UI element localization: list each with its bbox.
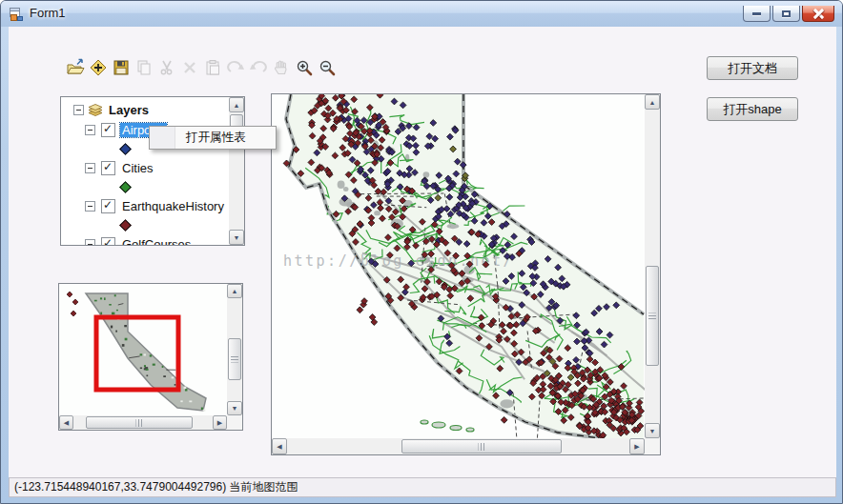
zoom-in-icon[interactable]: [295, 58, 314, 77]
scroll-down-button[interactable]: ▼: [227, 401, 242, 415]
layer-label[interactable]: EarthquakeHistory: [120, 199, 226, 213]
save-icon[interactable]: [112, 58, 131, 77]
minimize-icon: [752, 12, 761, 15]
scroll-right-button[interactable]: ▶: [213, 415, 227, 430]
overview-horizontal-scrollbar[interactable]: ◀ ▶: [59, 415, 227, 430]
layer-symbol: [119, 219, 132, 232]
delete-icon: [180, 58, 199, 77]
close-icon: [813, 9, 824, 19]
layer-checkbox[interactable]: [101, 199, 115, 213]
map-control[interactable]: http://blog.csdn.net/ ▲ ▼ ◀ ▶: [271, 93, 661, 455]
collapse-icon[interactable]: [73, 105, 84, 115]
context-menu: 打开属性表: [149, 126, 277, 150]
toolbar: [66, 58, 340, 77]
layer-checkbox[interactable]: [101, 237, 115, 246]
scroll-up-button[interactable]: ▲: [227, 284, 242, 298]
scroll-down-button[interactable]: ▼: [229, 230, 244, 245]
overview-vertical-scrollbar[interactable]: ▲ ▼: [227, 284, 242, 415]
toc-scrollbar[interactable]: ▲ ▼: [229, 97, 244, 245]
toc-symbol-row: [61, 215, 130, 234]
minimize-button[interactable]: [743, 6, 771, 22]
context-menu-item-open-attribute-table[interactable]: 打开属性表: [150, 127, 276, 149]
scroll-thumb[interactable]: [86, 416, 193, 429]
scroll-thumb[interactable]: [646, 266, 659, 366]
zoom-out-icon[interactable]: [318, 58, 337, 77]
toc-layer-row-golfcourses[interactable]: GolfCourses: [61, 234, 193, 245]
redo-icon: [226, 58, 245, 77]
toc-symbol-row: [61, 139, 130, 158]
scroll-left-button[interactable]: ◀: [59, 415, 73, 430]
toc-layer-row-cities[interactable]: Cities: [61, 158, 155, 177]
layers-tree: LayersAirportsCitiesEarthquakeHistoryGol…: [61, 97, 229, 245]
overview-map[interactable]: ▲ ▼ ◀ ▶: [58, 283, 243, 431]
app-window: Form1 打开文档 打开shape LayersAirportsCitiesE…: [0, 0, 843, 504]
collapse-icon[interactable]: [85, 201, 95, 212]
title-bar[interactable]: Form1: [1, 1, 842, 27]
layer-checkbox[interactable]: [101, 161, 115, 175]
status-bar: (-123.715448940167,33.7479004492796) 当前地…: [9, 477, 836, 497]
scroll-right-button[interactable]: ▶: [629, 438, 645, 454]
collapse-icon[interactable]: [85, 125, 95, 135]
layer-label[interactable]: GolfCourses: [120, 237, 193, 246]
layer-label[interactable]: Cities: [120, 161, 155, 175]
map-canvas[interactable]: http://blog.csdn.net/: [272, 94, 645, 438]
toc-root-label: Layers: [107, 103, 151, 117]
pan-icon: [272, 58, 291, 77]
window-title: Form1: [30, 6, 66, 20]
scroll-up-button[interactable]: ▲: [645, 94, 660, 110]
collapse-icon[interactable]: [85, 239, 95, 246]
layers-panel: LayersAirportsCitiesEarthquakeHistoryGol…: [60, 96, 245, 246]
open-shape-button[interactable]: 打开shape: [707, 97, 798, 121]
menu-icon-column: [150, 127, 175, 149]
toc-root-row[interactable]: Layers: [61, 100, 151, 119]
menu-item-label: 打开属性表: [186, 130, 246, 146]
scroll-thumb[interactable]: [228, 338, 241, 380]
collapse-icon[interactable]: [85, 163, 95, 173]
overview-canvas[interactable]: [59, 284, 227, 415]
undo-icon: [249, 58, 268, 77]
close-button[interactable]: [802, 6, 834, 22]
open-document-button[interactable]: 打开文档: [707, 56, 798, 80]
scroll-thumb[interactable]: [401, 439, 562, 454]
layer-symbol: [119, 143, 132, 155]
open-document-icon[interactable]: [66, 58, 85, 77]
toc-symbol-row: [61, 177, 130, 196]
layer-checkbox[interactable]: [101, 123, 115, 137]
map-extent-coordinates: (-123.715448940167,33.7479004492796) 当前地…: [14, 479, 298, 495]
form-icon: [9, 7, 24, 22]
map-horizontal-scrollbar[interactable]: ◀ ▶: [272, 438, 645, 454]
maximize-button[interactable]: [772, 6, 800, 22]
toc-layer-row-earthquakehistory[interactable]: EarthquakeHistory: [61, 196, 226, 215]
scroll-up-button[interactable]: ▲: [229, 97, 244, 112]
scrollbar-corner: [645, 438, 660, 454]
watermark-text: http://blog.csdn.net/: [283, 252, 514, 270]
scrollbar-corner: [227, 415, 242, 430]
map-vertical-scrollbar[interactable]: ▲ ▼: [645, 94, 660, 438]
scroll-down-button[interactable]: ▼: [645, 423, 660, 438]
paste-icon: [203, 58, 222, 77]
copy-icon: [134, 58, 154, 77]
add-data-icon[interactable]: [89, 58, 108, 77]
client-area: 打开文档 打开shape LayersAirportsCitiesEarthqu…: [9, 27, 836, 497]
cut-icon: [157, 58, 176, 77]
layer-symbol: [119, 181, 132, 193]
layers-icon: [88, 103, 103, 116]
maximize-icon: [782, 10, 791, 17]
scroll-left-button[interactable]: ◀: [272, 438, 287, 454]
